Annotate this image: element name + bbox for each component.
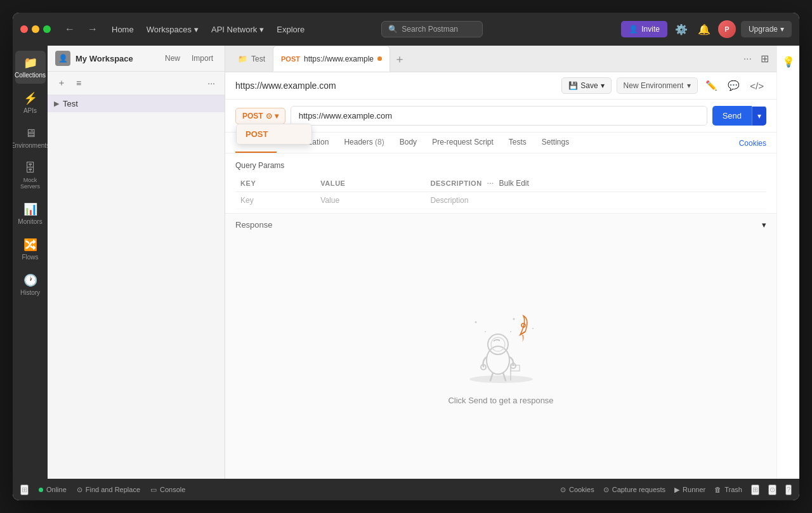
nav-links: Home Workspaces ▾ API Network ▾ Explore <box>107 22 310 37</box>
method-label: POST <box>242 112 263 120</box>
cookies-icon: ⊙ <box>560 486 566 494</box>
minimize-button[interactable] <box>32 25 39 33</box>
find-replace-item[interactable]: ⊙ Find and Replace <box>77 486 140 494</box>
console-icon: ▭ <box>150 486 157 494</box>
workspaces-chevron-icon: ▾ <box>194 25 199 34</box>
tabs-right: ··· ⊞ <box>740 50 771 67</box>
add-collection-btn[interactable]: ＋ <box>54 75 69 91</box>
response-section: Response ▾ <box>225 213 776 479</box>
trash-label: Trash <box>724 486 742 493</box>
env-selector-label: New Environment <box>624 81 684 90</box>
send-button-group: Send ▾ <box>712 106 766 126</box>
response-placeholder-text: Click Send to get a response <box>448 396 553 405</box>
add-tab-button[interactable]: ＋ <box>390 50 409 68</box>
home-link[interactable]: Home <box>107 22 139 37</box>
runner-item[interactable]: ▶ Runner <box>674 484 705 495</box>
content-title: https://www.example.com <box>235 81 561 91</box>
edit-button[interactable]: ✏️ <box>703 77 720 94</box>
sidebar-item-monitors[interactable]: 📊 Monitors <box>15 197 46 230</box>
new-button[interactable]: New <box>161 52 184 65</box>
forward-button[interactable]: → <box>84 21 102 37</box>
console-label: Console <box>160 486 185 493</box>
capture-item[interactable]: ⊙ Capture requests <box>603 484 665 495</box>
svg-point-10 <box>475 321 476 323</box>
sidebar-item-apis[interactable]: ⚡ APIs <box>15 86 46 119</box>
tab-pre-request-script[interactable]: Pre-request Script <box>424 133 501 153</box>
sidebar-item-history[interactable]: 🕐 History <box>15 268 46 301</box>
settings-button[interactable]: ⚙️ <box>672 21 690 38</box>
save-label: Save <box>580 81 598 90</box>
right-sidebar-lightbulb-btn[interactable]: 💡 <box>778 52 799 72</box>
sidebar-item-flows-label: Flows <box>22 254 38 261</box>
response-header[interactable]: Response ▾ <box>225 214 776 236</box>
api-network-link[interactable]: API Network ▾ <box>206 22 269 37</box>
sidebar-item-flows[interactable]: 🔀 Flows <box>15 233 46 266</box>
mock-servers-icon: 🗄 <box>25 162 36 175</box>
more-params-icon[interactable]: ··· <box>487 179 494 187</box>
explore-link[interactable]: Explore <box>272 22 310 37</box>
monitors-icon: 📊 <box>23 202 37 216</box>
tab-more-button[interactable]: ··· <box>740 52 756 66</box>
url-input[interactable] <box>291 106 707 126</box>
filter-btn[interactable]: ≡ <box>73 76 84 90</box>
notifications-button[interactable]: 🔔 <box>695 21 713 38</box>
tab-tests[interactable]: Tests <box>501 133 534 153</box>
share-btn[interactable]: ⊙ <box>768 484 776 495</box>
send-button[interactable]: Send <box>712 106 752 126</box>
sidebar-item-mock-servers[interactable]: 🗄 Mock Servers <box>15 157 46 195</box>
send-dropdown-button[interactable]: ▾ <box>752 107 766 126</box>
env-panel-button[interactable]: ⊞ <box>758 50 771 67</box>
close-button[interactable] <box>20 25 28 33</box>
method-chevron-icon: ▾ <box>275 112 278 120</box>
key-cell[interactable]: Key <box>235 192 315 209</box>
save-button[interactable]: 💾 Save ▾ <box>561 77 611 94</box>
cookies-link[interactable]: Cookies <box>739 139 766 148</box>
maximize-button[interactable] <box>43 25 51 33</box>
comment-button[interactable]: 💬 <box>725 77 742 94</box>
trash-item[interactable]: 🗑 Trash <box>714 484 742 495</box>
capture-icon: ⊙ <box>603 486 609 494</box>
help-btn[interactable]: ? <box>785 484 792 495</box>
svg-point-7 <box>513 318 514 320</box>
invite-button[interactable]: 👤 Invite <box>621 21 667 37</box>
post-tab[interactable]: POST https://www.example <box>273 46 390 72</box>
tab-settings[interactable]: Settings <box>534 133 577 153</box>
tab-headers[interactable]: Headers (8) <box>336 133 391 153</box>
runner-label: Runner <box>683 486 705 493</box>
right-sidebar: 💡 <box>776 46 799 479</box>
back-button[interactable]: ← <box>61 21 79 37</box>
cookies-item[interactable]: ⊙ Cookies <box>560 484 594 495</box>
console-item[interactable]: ▭ Console <box>150 486 185 494</box>
env-selector[interactable]: New Environment ▾ <box>617 77 698 94</box>
sidebar-item-collections[interactable]: 📁 Collections <box>15 51 46 84</box>
response-title: Response <box>235 220 762 230</box>
sidebar-item-mock-servers-label: Mock Servers <box>19 177 42 190</box>
method-option-post[interactable]: POST <box>237 124 311 144</box>
workspaces-link[interactable]: Workspaces ▾ <box>141 22 204 37</box>
collection-name: Test <box>63 99 78 108</box>
response-chevron-icon: ▾ <box>762 220 766 230</box>
value-cell[interactable]: Value <box>315 192 425 209</box>
import-button[interactable]: Import <box>188 52 217 65</box>
sidebar-item-collections-label: Collections <box>15 72 46 79</box>
workspaces-label: Workspaces <box>147 25 192 34</box>
bottom-right: ⊙ Cookies ⊙ Capture requests ▶ Runner 🗑 … <box>560 484 792 495</box>
more-options-btn[interactable]: ··· <box>204 76 218 90</box>
content-header: https://www.example.com 💾 Save ▾ New Env… <box>225 72 776 100</box>
sidebar-toggle-btn[interactable]: ⊞ <box>20 484 29 495</box>
upgrade-chevron-icon: ▾ <box>780 25 784 34</box>
method-selector[interactable]: POST ⊙ ▾ POST <box>235 108 285 124</box>
bulk-edit-button[interactable]: Bulk Edit <box>499 179 529 188</box>
tab-body[interactable]: Body <box>392 133 424 153</box>
search-bar[interactable]: 🔍 Search Postman <box>381 21 483 37</box>
description-cell[interactable]: Description <box>425 192 766 209</box>
collection-item[interactable]: ▶ Test <box>48 95 225 112</box>
url-bar: POST ⊙ ▾ POST Send ▾ <box>225 100 776 133</box>
upgrade-button[interactable]: Upgrade ▾ <box>741 21 792 37</box>
grid-btn[interactable]: ⊞ <box>751 484 759 495</box>
test-tab[interactable]: 📁 Test <box>230 46 273 72</box>
code-button[interactable]: </> <box>747 78 766 94</box>
flows-icon: 🔀 <box>23 238 37 252</box>
table-row: Key Value Description <box>235 192 766 209</box>
sidebar-item-environments[interactable]: 🖥 Environments <box>15 122 46 154</box>
